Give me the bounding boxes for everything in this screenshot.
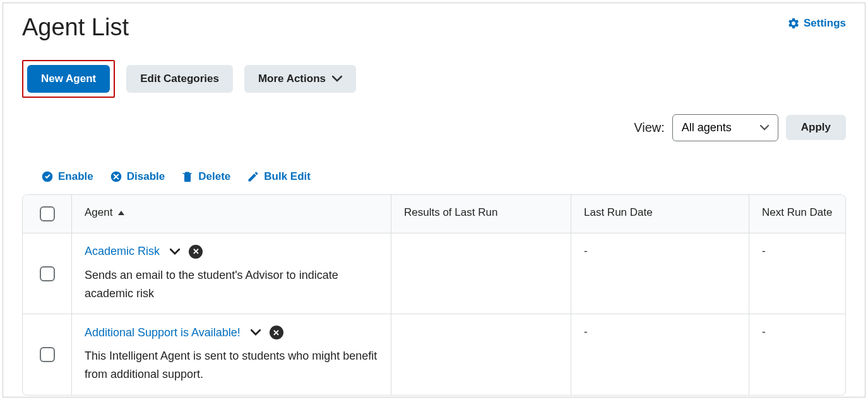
row-checkbox[interactable] — [40, 266, 55, 281]
disabled-indicator-icon[interactable] — [270, 326, 283, 339]
gear-icon — [787, 17, 800, 30]
apply-button[interactable]: Apply — [786, 115, 846, 140]
sort-asc-icon — [118, 211, 124, 215]
agent-description: This Intelligent Agent is sent to studen… — [85, 347, 378, 384]
chevron-down-icon — [170, 249, 180, 255]
table-row: Academic Risk Sends an email to the stud… — [23, 233, 845, 315]
header-agent-label: Agent — [85, 206, 112, 218]
agent-cell: Academic Risk Sends an email to the stud… — [72, 233, 391, 314]
view-row: View: All agents Apply — [22, 114, 846, 141]
more-actions-label: More Actions — [258, 73, 326, 85]
check-circle-icon — [41, 170, 54, 183]
new-agent-button[interactable]: New Agent — [27, 65, 110, 93]
edit-categories-button[interactable]: Edit Categories — [126, 65, 233, 93]
agent-table: Agent Results of Last Run Last Run Date … — [22, 194, 846, 396]
trash-icon — [181, 170, 194, 183]
chevron-down-icon — [332, 76, 342, 82]
view-label: View: — [634, 121, 665, 135]
agent-link[interactable]: Additional Support is Available! — [85, 326, 241, 339]
chevron-down-icon — [251, 329, 261, 336]
agent-head: Academic Risk — [85, 245, 378, 259]
view-selected: All agents — [682, 121, 732, 134]
toolbar: New Agent Edit Categories More Actions — [22, 60, 846, 98]
bulk-edit-action[interactable]: Bulk Edit — [247, 170, 311, 183]
row-actions-dropdown[interactable] — [170, 249, 180, 255]
disabled-indicator-icon[interactable] — [189, 245, 203, 259]
header-check — [23, 195, 72, 233]
disable-action[interactable]: Disable — [110, 170, 165, 183]
pencil-icon — [247, 170, 259, 183]
bulk-edit-label: Bulk Edit — [264, 170, 311, 183]
row-actions-dropdown[interactable] — [251, 329, 261, 336]
agent-cell: Additional Support is Available! This In… — [72, 314, 391, 395]
row-check — [23, 314, 72, 395]
results-cell — [391, 314, 571, 395]
next-date-cell: - — [749, 233, 845, 314]
bulk-actions: Enable Disable Delete Bulk Edit — [41, 170, 846, 183]
page-title: Agent List — [22, 15, 129, 41]
header-results[interactable]: Results of Last Run — [391, 195, 571, 233]
table-row: Additional Support is Available! This In… — [23, 314, 845, 395]
select-all-checkbox[interactable] — [40, 206, 55, 221]
chevron-down-icon — [760, 125, 769, 131]
table-header: Agent Results of Last Run Last Run Date … — [23, 195, 845, 233]
delete-label: Delete — [198, 170, 230, 183]
header: Agent List Settings — [22, 15, 846, 41]
enable-label: Enable — [58, 170, 93, 183]
agent-head: Additional Support is Available! — [85, 326, 378, 339]
agent-description: Sends an email to the student's Advisor … — [85, 266, 378, 303]
header-last-date[interactable]: Last Run Date — [571, 195, 749, 233]
disable-label: Disable — [127, 170, 165, 183]
last-date-cell: - — [571, 314, 749, 395]
enable-action[interactable]: Enable — [41, 170, 93, 183]
header-agent[interactable]: Agent — [72, 195, 391, 233]
header-next-date[interactable]: Next Run Date — [749, 195, 845, 233]
settings-label: Settings — [804, 17, 846, 30]
view-select[interactable]: All agents — [672, 114, 778, 141]
row-checkbox[interactable] — [40, 347, 55, 362]
x-circle-icon — [110, 170, 122, 183]
page-frame: Agent List Settings New Agent Edit Categ… — [3, 3, 865, 397]
results-cell — [391, 233, 571, 314]
last-date-cell: - — [571, 233, 749, 314]
settings-link[interactable]: Settings — [787, 17, 846, 30]
delete-action[interactable]: Delete — [181, 170, 230, 183]
row-check — [23, 233, 72, 314]
agent-link[interactable]: Academic Risk — [85, 245, 160, 258]
more-actions-button[interactable]: More Actions — [244, 65, 356, 93]
highlight-box: New Agent — [22, 60, 115, 98]
next-date-cell: - — [749, 314, 845, 395]
